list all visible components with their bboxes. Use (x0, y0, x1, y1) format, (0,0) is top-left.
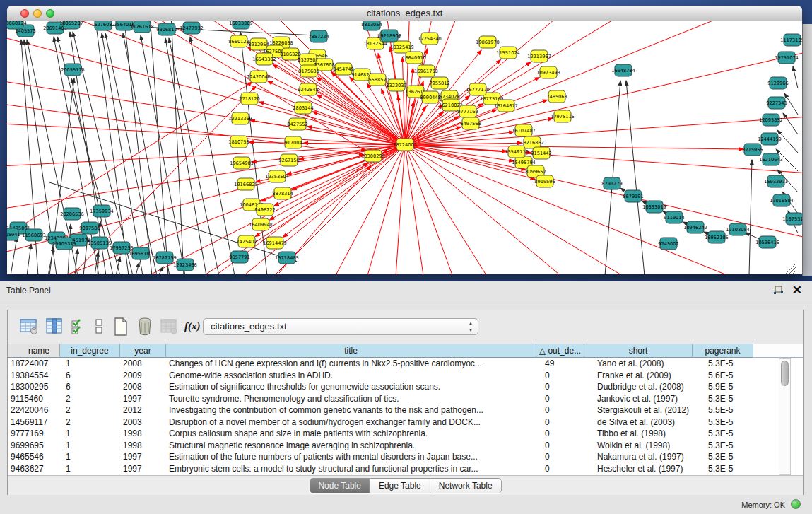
table-settings-icon[interactable] (19, 317, 39, 337)
graph-node-selected[interactable]: 22420046 (247, 71, 271, 83)
graph-node[interactable]: 9227343 (766, 97, 787, 109)
table-row[interactable]: 911546021997Tourette syndrome. Phenomeno… (8, 393, 803, 405)
graph-node[interactable]: 11568693 (22, 229, 46, 241)
vertical-scrollbar[interactable] (779, 358, 791, 475)
network-window[interactable]: citations_edges.txt 18724007866012389129… (7, 6, 802, 274)
column-header-pagerank[interactable]: pagerank (693, 344, 753, 358)
close-panel-icon[interactable]: ✕ (792, 283, 802, 298)
graph-node[interactable]: 9857791 (229, 251, 249, 263)
graph-node[interactable]: 15905315 (52, 238, 76, 250)
network-canvas[interactable]: 1872400786601238912954182260581627508216… (7, 21, 802, 274)
graph-node[interactable]: 9119014 (664, 211, 684, 223)
table-row[interactable]: 977716911998Corpus callosum shape and si… (8, 428, 803, 440)
graph-node-selected[interactable]: 917004 (284, 136, 302, 148)
graph-hub-node[interactable]: 18724007 (393, 139, 417, 151)
graph-node[interactable]: 11261618 (130, 21, 154, 33)
graph-node-selected[interactable]: 9175685 (298, 65, 319, 77)
graph-node-selected[interactable]: 16409948 (249, 218, 273, 230)
table-selector-dropdown[interactable]: citations_edges.txt ▲▼ (203, 318, 478, 335)
graph-node-selected[interactable]: 11551024 (496, 47, 520, 59)
graph-node-selected[interactable]: 8322037 (386, 79, 406, 91)
row-height-icon[interactable] (91, 319, 111, 339)
column-visibility-icon[interactable] (45, 317, 64, 337)
graph-node[interactable]: 3915941 (7, 228, 20, 240)
graph-node-selected[interactable]: 9777169 (457, 105, 478, 117)
graph-node[interactable]: 20055173 (61, 64, 85, 76)
graph-node-selected[interactable]: 12213369 (228, 112, 252, 124)
graph-node[interactable]: 8215955 (742, 144, 763, 156)
table-row[interactable]: 2242004622012Investigating the contribut… (8, 404, 803, 416)
graph-node[interactable]: 15718485 (275, 252, 299, 264)
graph-node-selected[interactable]: 19166825 (234, 178, 258, 190)
graph-node-selected[interactable]: 10973493 (536, 66, 560, 78)
graph-node[interactable]: 7857224 (308, 30, 329, 42)
graph-node-selected[interactable]: 2718120 (239, 93, 259, 105)
graph-node[interactable]: 8791279 (601, 177, 622, 189)
graph-node[interactable]: 10633019 (642, 201, 666, 213)
column-header-name[interactable]: name (8, 344, 60, 358)
graph-node-selected[interactable]: 12254340 (418, 33, 442, 45)
graph-node-selected[interactable]: 8660123 (228, 35, 249, 47)
graph-node-selected[interactable]: 9242848 (298, 83, 318, 95)
import-table-icon[interactable] (159, 317, 179, 337)
table-row[interactable]: 946554611997Estimation of the future num… (8, 451, 803, 463)
graph-node[interactable]: 8679191 (623, 190, 643, 202)
graph-node-selected[interactable]: 16777170 (466, 83, 490, 95)
graph-node-selected[interactable]: 19654903 (230, 157, 254, 169)
graph-node[interactable]: 16210643 (759, 153, 783, 165)
graph-node-selected[interactable]: 1810755 (228, 136, 249, 148)
graph-node-selected[interactable]: 8878314 (272, 187, 293, 199)
graph-node[interactable]: 10536416 (755, 236, 779, 248)
graph-node[interactable]: 10946242 (683, 221, 707, 233)
graph-node-selected[interactable]: 15549710 (505, 146, 529, 158)
tab-edge-table[interactable]: Edge Table (370, 479, 430, 493)
tab-node-table[interactable]: Node Table (310, 479, 370, 493)
graph-node[interactable]: 12477932 (180, 22, 204, 34)
graph-node[interactable]: 12093852 (759, 114, 783, 126)
graph-node[interactable]: 12444159 (758, 133, 782, 145)
delete-table-icon[interactable] (135, 317, 155, 337)
graph-node[interactable]: 16648784 (611, 64, 635, 76)
column-header-year[interactable]: year (120, 344, 166, 358)
graph-node-selected[interactable]: 16543382 (252, 53, 276, 65)
resize-grip-icon[interactable] (789, 267, 796, 274)
graph-node[interactable]: 20206536 (60, 208, 84, 220)
graph-node-selected[interactable]: 9498222 (254, 204, 275, 216)
graph-node-selected[interactable]: 17975115 (551, 110, 575, 122)
table-row[interactable]: 1872400712008Changes of HCN gene express… (8, 358, 803, 370)
graph-node[interactable]: 16033809 (229, 21, 253, 29)
graph-node-selected[interactable]: 8990448 (420, 91, 440, 103)
graph-node[interactable]: 13505135 (88, 237, 112, 249)
tab-network-table[interactable]: Network Table (430, 479, 501, 493)
graph-node[interactable]: 16958107 (129, 247, 153, 259)
graph-node[interactable]: 15932971 (764, 175, 788, 187)
column-header-title[interactable]: title (166, 344, 536, 358)
graph-node-selected[interactable]: 8427552 (287, 118, 307, 130)
graph-node-selected[interactable]: 2803144 (293, 102, 313, 114)
graph-node[interactable]: 11173105 (780, 34, 802, 46)
float-panel-icon[interactable] (772, 285, 784, 296)
graph-node-selected[interactable]: 7425402 (236, 235, 257, 247)
graph-node-selected[interactable]: 6497568 (460, 117, 481, 129)
graph-node-selected[interactable]: 16107487 (512, 124, 536, 136)
graph-node[interactable]: 11675318 (782, 213, 802, 225)
graph-node[interactable]: 17103054 (726, 223, 750, 235)
graph-node[interactable]: 9129966 (767, 77, 788, 89)
table-row[interactable]: 1456911722003Disruption of a novel membe… (8, 416, 803, 428)
graph-node-selected[interactable]: 8454749 (333, 63, 353, 75)
graph-node-selected[interactable]: 18640910 (402, 52, 426, 64)
graph-node[interactable]: 17016504 (770, 194, 794, 206)
graph-node-selected[interactable]: 12353504 (265, 170, 289, 182)
graph-node[interactable]: 8813054 (361, 21, 382, 30)
resize-grip-icon[interactable] (793, 270, 796, 274)
graph-node-selected[interactable]: 9267150 (278, 154, 299, 166)
graph-node[interactable]: 12923466 (173, 259, 197, 271)
graph-node[interactable]: 9097588 (79, 222, 100, 234)
table-row[interactable]: 1830029562008Estimation of significance … (8, 381, 803, 393)
graph-node-selected[interactable]: 7485063 (546, 90, 567, 103)
new-table-icon[interactable] (111, 317, 131, 337)
column-header-short[interactable]: short (584, 344, 693, 358)
graph-node-selected[interactable]: 8919596 (534, 175, 555, 187)
table-row[interactable]: 946362711997Embryonic stem cells: a mode… (8, 463, 803, 475)
graph-node[interactable]: 9245002 (658, 238, 678, 250)
